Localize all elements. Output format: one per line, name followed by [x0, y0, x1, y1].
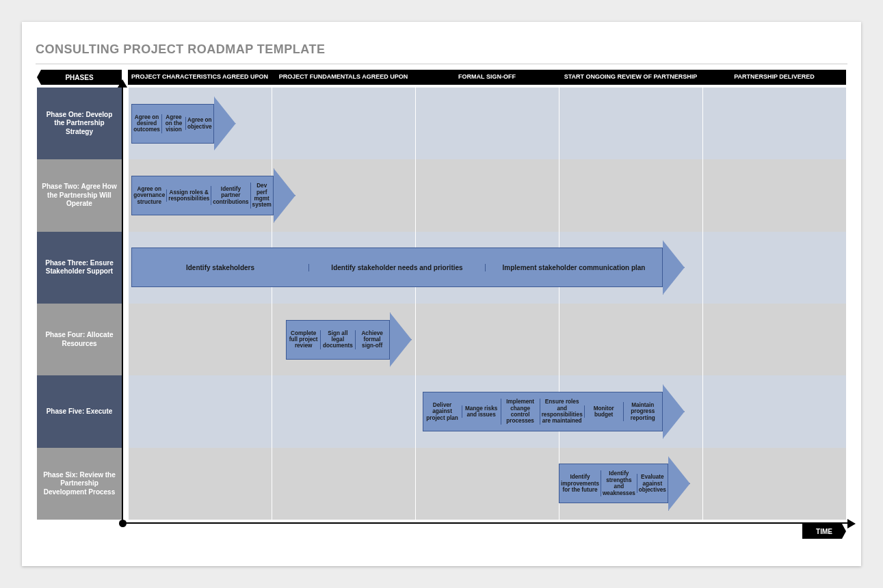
arrow-segment: Agree on desired outcomes: [132, 114, 161, 133]
column-header: PROJECT CHARACTERISTICS AGREED UPON: [128, 70, 272, 85]
roadmap-arrow: Complete full project reviewSign all leg…: [286, 320, 412, 360]
arrow-segment: Complete full project review: [287, 330, 320, 349]
arrow-segment: Implement change control processes: [501, 399, 540, 425]
arrow-head-icon: [390, 312, 412, 367]
arrow-segment: Identify strengths and weaknesses: [601, 470, 637, 496]
roadmap-arrow: Identify improvements for the futureIden…: [559, 464, 685, 503]
arrow-segment: Monitor budget: [584, 405, 623, 418]
column-header: START ONGOING REVIEW OF PARTNERSHIP: [559, 70, 702, 85]
arrow-head-icon: [663, 240, 685, 295]
column-header: PROJECT FUNDAMENTALS AGREED UPON: [272, 70, 415, 85]
arrow-segment: Deliver against project plan: [423, 402, 462, 421]
y-axis-line: [122, 85, 123, 524]
roadmap-arrow: Deliver against project planMange risks …: [423, 392, 685, 431]
arrow-segment: Agree on the vision: [161, 114, 185, 133]
arrow-segment: Achieve formal sign-off: [355, 330, 389, 349]
arrow-segment: Maintain progress reporting: [623, 402, 662, 421]
x-axis-line: [122, 522, 850, 524]
document-sheet: CONSULTING PROJECT ROADMAP TEMPLATE PHAS…: [22, 22, 861, 566]
arrow-segment: Evaluate against objectives: [637, 474, 668, 493]
phase-label: Phase Two: Agree How the Partnership Wil…: [37, 159, 122, 231]
phase-lane: [128, 88, 846, 159]
phase-label: Phase Six: Review the Partnership Develo…: [37, 448, 122, 520]
arrow-segment: Identify stakeholders: [132, 264, 308, 272]
phase-lane: [128, 304, 846, 375]
roadmap-arrow: Identify stakeholdersIdentify stakeholde…: [131, 248, 685, 287]
phase-label: Phase Four: Allocate Resources: [37, 304, 122, 375]
arrow-head-icon: [663, 384, 685, 439]
roadmap-arrow: Agree on desired outcomesAgree on the vi…: [131, 104, 235, 144]
roadmap-arrow: Agree on governance structureAssign role…: [131, 176, 275, 215]
arrow-segment: Assign roles & responsibilities: [166, 189, 211, 202]
phase-label: Phase Three: Ensure Stakeholder Support: [37, 232, 122, 304]
arrow-segment: Identify stakeholder needs and prioritie…: [308, 264, 486, 272]
y-axis-arrow-icon: [118, 79, 127, 88]
column-header: FORMAL SIGN-OFF: [415, 70, 559, 85]
arrow-segment: Implement stakeholder communication plan: [485, 264, 662, 272]
x-axis-arrow-icon: [847, 519, 856, 529]
x-axis-label: TIME: [802, 524, 846, 539]
arrow-segment: Agree on governance structure: [132, 186, 166, 205]
arrow-segment: Sign all legal documents: [320, 330, 354, 349]
arrow-segment: Dev perf mgmt system: [250, 183, 273, 209]
arrow-segment: Mange risks and issues: [462, 405, 501, 418]
column-header: PARTNERSHIP DELIVERED: [702, 70, 846, 85]
arrow-segment: Agree on objective: [185, 117, 213, 130]
arrow-segment: Identify improvements for the future: [559, 474, 601, 493]
page-title: CONSULTING PROJECT ROADMAP TEMPLATE: [36, 42, 847, 64]
phase-label: Phase One: Develop the Partnership Strat…: [37, 88, 122, 159]
arrow-segment: Ensure roles and responsibilities are ma…: [540, 399, 584, 425]
arrow-head-icon: [214, 96, 236, 151]
arrow-segment: Identify partner contributions: [211, 186, 250, 205]
axis-origin-dot: [119, 520, 127, 527]
phase-label: Phase Five: Execute: [37, 375, 122, 447]
roadmap-grid: PROJECT CHARACTERISTICS AGREED UPONPROJE…: [37, 70, 846, 520]
phase-lane: [128, 448, 846, 520]
